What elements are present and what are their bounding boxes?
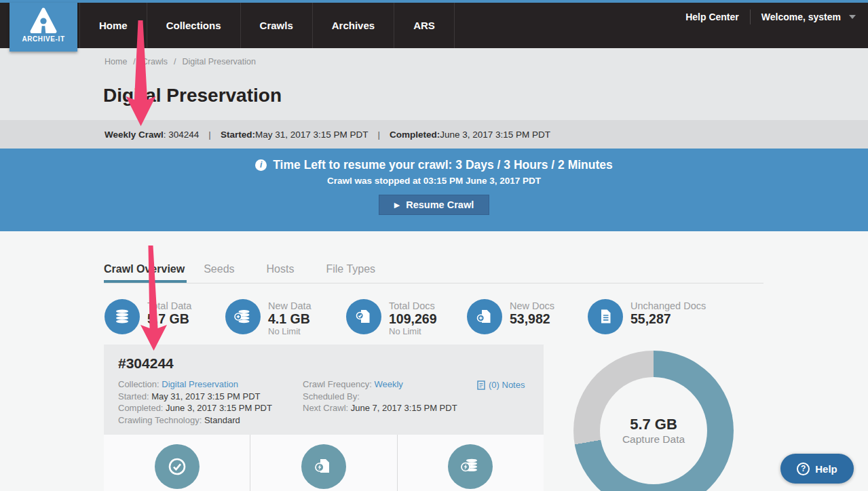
nav-item-collections[interactable]: Collections	[147, 3, 241, 48]
nav-utility: Help Center Welcome, system	[685, 9, 856, 24]
stat-total-data: Total Data 5.7 GB	[105, 299, 225, 337]
database-plus-icon	[225, 299, 261, 334]
capture-data-value: 5.7 GB	[630, 416, 677, 433]
stat-label: New Docs	[510, 300, 554, 312]
resume-banner: i Time Left to resume your crawl: 3 Days…	[0, 149, 868, 231]
check-circle-icon	[155, 444, 200, 489]
scheduled-by-label: Scheduled By:	[303, 391, 360, 401]
archive-it-logo[interactable]: ARCHIVE-IT	[10, 3, 77, 52]
page-header: Home / Crawls / Digital Preservation Dig…	[0, 48, 868, 120]
document-lines-icon	[588, 299, 623, 334]
crawl-tabs: Crawl Overview Seeds Hosts File Types	[104, 263, 375, 283]
document-bolt-icon	[301, 444, 346, 489]
resume-crawl-label: Resume Crawl	[406, 199, 474, 210]
notes-label: (0) Notes	[489, 380, 525, 390]
question-icon: ?	[797, 463, 810, 475]
stat-value: 55,287	[630, 312, 706, 326]
nav-item-crawls[interactable]: Crawls	[241, 3, 313, 48]
banner-headline: i Time Left to resume your crawl: 3 Days…	[0, 158, 868, 172]
stat-note: No Limit	[268, 326, 312, 337]
user-menu[interactable]: Welcome, system	[761, 12, 841, 22]
crawl-type-label: Weekly Crawl	[105, 130, 164, 140]
crawl-detail-id: #304244	[118, 355, 174, 372]
collection-link[interactable]: Digital Preservation	[162, 379, 238, 389]
breadcrumb-current: Digital Preservation	[183, 57, 256, 66]
help-center-link[interactable]: Help Center	[685, 12, 739, 22]
stat-value: 4.1 GB	[268, 312, 312, 326]
stat-value: 109,269	[389, 312, 437, 326]
capture-data-label: Capture Data	[622, 433, 685, 446]
bottom-cell-queued-docs	[250, 435, 396, 491]
started-label: Started:	[221, 130, 255, 140]
detail-right-column: Crawl Frequency: Weekly Scheduled By: Ne…	[303, 378, 457, 414]
capture-donut: 5.7 GB Capture Data	[573, 351, 734, 491]
donut-center: 5.7 GB Capture Data	[600, 377, 707, 484]
technology-value: Standard	[204, 415, 240, 425]
archive-it-crawl-page: Home Collections Crawls Archives ARS Hel…	[0, 0, 868, 491]
technology-label: Crawling Technology:	[118, 415, 204, 425]
stat-label: Unchanged Docs	[630, 300, 706, 312]
completed-value: June 3, 2017 3:15 PM PDT	[166, 403, 272, 413]
stat-value: 5.7 GB	[147, 312, 191, 326]
collection-label: Collection:	[118, 379, 162, 389]
stats-row: Total Data 5.7 GB New Data 4.1 GB No Lim…	[105, 299, 706, 337]
help-button[interactable]: ? Help	[780, 454, 854, 484]
stat-new-docs: New Docs 53,982	[467, 299, 588, 337]
notes-link[interactable]: (0) Notes	[477, 380, 525, 390]
tab-crawl-overview[interactable]: Crawl Overview	[104, 263, 185, 283]
bottom-cell-queued-data	[397, 435, 544, 491]
completed-label: Completed:	[390, 130, 440, 140]
tabs-underline	[104, 283, 763, 283]
stat-unchanged-docs: Unchanged Docs 55,287	[588, 299, 706, 337]
crawl-info-bar: Weekly Crawl: 304244 | Started: May 31, …	[0, 120, 868, 149]
detail-left-column: Collection: Digital Preservation Started…	[118, 378, 272, 426]
nav-item-home[interactable]: Home	[79, 3, 147, 48]
bar-separator: |	[377, 130, 380, 140]
nav-divider	[750, 9, 751, 24]
breadcrumb-crawls[interactable]: Crawls	[142, 57, 168, 66]
banner-subtext: Crawl was stopped at 03:15 PM June 3, 20…	[0, 176, 868, 186]
completed-label: Completed:	[118, 403, 166, 413]
nav-items: Home Collections Crawls Archives ARS	[79, 3, 455, 48]
tab-file-types[interactable]: File Types	[326, 263, 375, 283]
brand-text: ARCHIVE-IT	[22, 35, 64, 43]
next-crawl-label: Next Crawl:	[303, 403, 351, 413]
tab-seeds[interactable]: Seeds	[204, 263, 234, 283]
help-label: Help	[815, 463, 837, 475]
nav-item-archives[interactable]: Archives	[313, 3, 394, 48]
document-plus-icon	[467, 299, 502, 334]
info-icon: i	[255, 159, 267, 171]
resume-crawl-button[interactable]: ▶ Resume Crawl	[379, 195, 489, 215]
completed-value: June 3, 2017 3:15 PM PDT	[440, 130, 550, 140]
stat-new-data: New Data 4.1 GB No Limit	[225, 299, 346, 337]
started-value: May 31, 2017 3:15 PM PDT	[255, 130, 369, 140]
note-page-icon	[477, 380, 485, 390]
stat-total-docs: Total Docs 109,269 No Limit	[346, 299, 467, 337]
started-value: May 31, 2017 3:15 PM PDT	[151, 391, 260, 401]
database-icon	[105, 299, 140, 334]
frequency-link[interactable]: Weekly	[374, 379, 402, 389]
stat-label: Total Docs	[389, 300, 437, 312]
page-title: Digital Preservation	[103, 85, 282, 106]
started-label: Started:	[118, 391, 151, 401]
breadcrumb: Home / Crawls / Digital Preservation	[105, 57, 256, 66]
bottom-stats-row	[104, 435, 544, 491]
stat-label: New Data	[268, 300, 312, 312]
database-bolt-icon	[448, 444, 493, 489]
breadcrumb-home[interactable]: Home	[105, 57, 127, 66]
chevron-down-icon	[849, 15, 856, 19]
crawl-detail-card: #304244 Collection: Digital Preservation…	[104, 345, 544, 435]
archive-it-mark-icon	[29, 6, 58, 36]
next-crawl-value: June 7, 2017 3:15 PM PDT	[351, 403, 457, 413]
crawl-id: : 304244	[164, 130, 200, 140]
bar-separator: |	[208, 130, 211, 140]
breadcrumb-separator: /	[174, 57, 176, 66]
nav-item-ars[interactable]: ARS	[394, 3, 455, 48]
stat-label: Total Data	[147, 300, 191, 312]
play-icon: ▶	[394, 201, 400, 209]
tab-hosts[interactable]: Hosts	[267, 263, 295, 283]
breadcrumb-separator: /	[133, 57, 135, 66]
stat-note: No Limit	[389, 326, 437, 337]
banner-headline-text: Time Left to resume your crawl: 3 Days /…	[273, 158, 613, 172]
stat-value: 53,982	[510, 312, 554, 326]
